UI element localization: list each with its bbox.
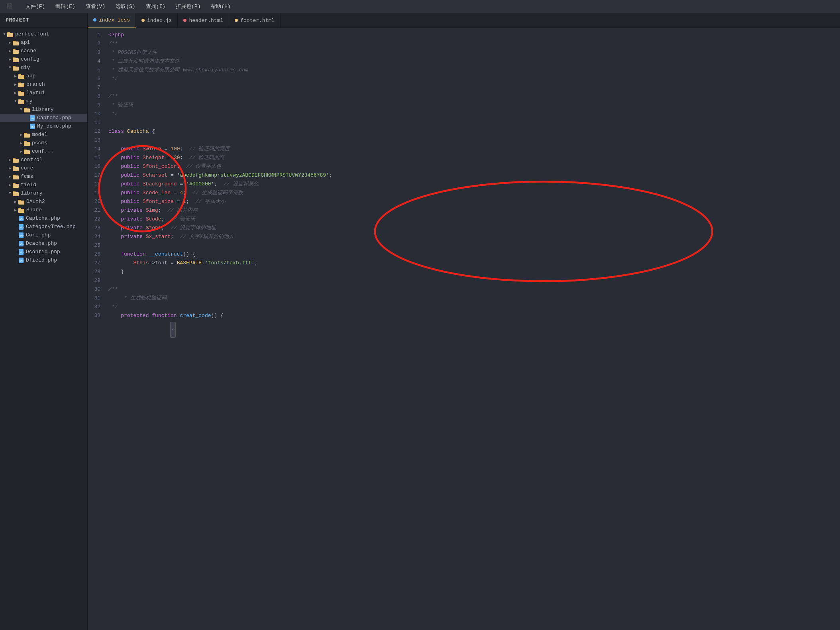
svg-rect-5 [13, 50, 19, 54]
menu-help[interactable]: 帮助(H) [209, 2, 232, 11]
tree-arrow-my: ▼ [13, 99, 18, 103]
line-number-12: 12 [88, 128, 107, 136]
line-content-24: private $x_start; // 文字X轴开始的地方 [107, 233, 840, 241]
collapse-sidebar-button[interactable]: ‹ [170, 322, 176, 338]
code-line-6: 6 */ [88, 75, 840, 84]
folder-icon [13, 174, 19, 179]
php-file-icon: php [18, 241, 24, 246]
folder-icon [24, 132, 30, 137]
folder-icon [18, 208, 24, 213]
sidebar-item-api[interactable]: ▶api [0, 38, 87, 47]
line-content-18: public $background = '#000000'; // 设置背景色 [107, 180, 840, 189]
sidebar-item-conf[interactable]: ▶conf... [0, 147, 87, 156]
svg-rect-27 [24, 142, 30, 146]
line-content-33: protected function creat_code() { [107, 312, 840, 320]
sidebar-item-share[interactable]: ▶Share [0, 206, 87, 214]
line-content-2: /** [107, 40, 840, 48]
line-content-16: public $font_color; // 设置字体色 [107, 163, 840, 171]
line-number-15: 15 [88, 154, 107, 162]
tree-arrow-control: ▶ [7, 158, 13, 162]
sidebar-item-app[interactable]: ▶app [0, 72, 87, 80]
sidebar-item-my-demo-php[interactable]: phpMy_demo.php [0, 122, 87, 130]
tree-arrow-diy: ▼ [7, 65, 13, 70]
sidebar-item-branch[interactable]: ▶branch [0, 80, 87, 89]
sidebar-item-config[interactable]: ▶config [0, 55, 87, 63]
tab-dot-footer-html [235, 19, 238, 22]
folder-icon [13, 191, 19, 196]
code-container[interactable]: 1<?php2/**3 * POSCMS框架文件4 * 二次开发时请勿修改本文件… [88, 28, 840, 630]
sidebar-item-captcha-lib[interactable]: phpCaptcha.php [0, 214, 87, 222]
sidebar-item-dfield[interactable]: phpDfield.php [0, 256, 87, 264]
sidebar-item-fcms[interactable]: ▶fcms [0, 172, 87, 181]
sidebar-item-dconfig[interactable]: phpDconfig.php [0, 248, 87, 256]
tree-label-layrui: layrui [26, 90, 45, 96]
code-line-32: 32 */ [88, 303, 840, 312]
line-content-7 [107, 84, 840, 92]
sidebar-tree[interactable]: ▼perfectfont▶api▶cache▶config▼diy▶app▶br… [0, 28, 87, 630]
menu-edit[interactable]: 编辑(E) [54, 2, 77, 11]
folder-icon [18, 199, 24, 204]
hamburger-icon[interactable]: ☰ [5, 2, 14, 11]
line-content-15: public $height = 30; // 验证码的高 [107, 154, 840, 162]
tree-arrow-model: ▶ [18, 132, 24, 137]
svg-text:php: php [20, 226, 24, 229]
sidebar-item-control[interactable]: ▶control [0, 156, 87, 164]
sidebar-item-library-my[interactable]: ▼library [0, 105, 87, 114]
sidebar-item-pscms[interactable]: ▶pscms [0, 139, 87, 147]
svg-rect-41 [18, 201, 24, 205]
svg-rect-7 [13, 58, 19, 62]
tab-label-index-js: index.js [147, 18, 172, 24]
sidebar-item-diy[interactable]: ▼diy [0, 63, 87, 72]
sidebar-item-model[interactable]: ▶model [0, 130, 87, 139]
line-number-20: 20 [88, 198, 107, 206]
menu-select[interactable]: 选取(S) [114, 2, 137, 11]
folder-icon [13, 40, 19, 45]
menu-find[interactable]: 查找(I) [144, 2, 167, 11]
sidebar-item-layrui[interactable]: ▶layrui [0, 89, 87, 97]
sidebar-item-field[interactable]: ▶field [0, 181, 87, 189]
line-content-28: } [107, 268, 840, 276]
tree-label-library-my: library [32, 106, 54, 112]
tree-arrow-share: ▶ [13, 208, 18, 213]
code-line-12: 12class Captcha { [88, 128, 840, 136]
code-line-30: 30/** [88, 285, 840, 294]
code-line-1: 1<?php [88, 31, 840, 40]
tab-header-html[interactable]: header.html [178, 13, 229, 28]
tab-index-less[interactable]: index.less [88, 13, 136, 28]
sidebar-item-curl[interactable]: phpCurl.php [0, 231, 87, 239]
svg-rect-25 [24, 134, 30, 138]
folder-icon [18, 91, 24, 95]
tab-label-index-less: index.less [99, 17, 130, 23]
sidebar-item-categorytree[interactable]: phpCategoryTree.php [0, 222, 87, 231]
tab-dot-index-js [141, 19, 145, 22]
php-file-icon: php [18, 216, 24, 221]
tree-label-captcha-lib: Captcha.php [26, 215, 60, 221]
code-line-3: 3 * POSCMS框架文件 [88, 49, 840, 57]
sidebar-item-cache[interactable]: ▶cache [0, 47, 87, 55]
tree-label-field: field [21, 182, 36, 188]
line-content-11 [107, 119, 840, 127]
sidebar-item-perfectfont[interactable]: ▼perfectfont [0, 30, 87, 38]
line-content-27: $this->font = BASEPATH.'fonts/texb.ttf'; [107, 259, 840, 268]
code-line-23: 23 private $font; // 设置字体的地址 [88, 224, 840, 233]
sidebar-item-my[interactable]: ▼my [0, 97, 87, 105]
code-line-8: 8/** [88, 93, 840, 101]
menu-file[interactable]: 文件(F) [24, 2, 47, 11]
menubar: ☰ 文件(F) 编辑(E) 查看(V) 选取(S) 查找(I) 扩展包(P) 帮… [0, 0, 840, 13]
code-line-16: 16 public $font_color; // 设置字体色 [88, 163, 840, 171]
tab-index-js[interactable]: index.js [136, 13, 178, 28]
tab-footer-html[interactable]: footer.html [229, 13, 281, 28]
tab-label-header-html: header.html [189, 18, 223, 24]
sidebar-item-oauth2[interactable]: ▶OAuth2 [0, 197, 87, 206]
sidebar-item-library[interactable]: ▼library [0, 189, 87, 197]
menu-extensions[interactable]: 扩展包(P) [174, 2, 202, 11]
svg-rect-1 [7, 33, 13, 37]
menu-view[interactable]: 查看(V) [84, 2, 107, 11]
sidebar-item-dcache[interactable]: phpDcache.php [0, 239, 87, 248]
sidebar-item-captcha-php[interactable]: phpCaptcha.php [0, 114, 87, 122]
code-line-20: 20 public $font_size = 1; // 字体大小 [88, 198, 840, 207]
php-file-icon: php [29, 124, 35, 129]
tree-arrow-config: ▶ [7, 57, 13, 62]
sidebar-item-core[interactable]: ▶core [0, 164, 87, 172]
line-number-32: 32 [88, 303, 107, 311]
